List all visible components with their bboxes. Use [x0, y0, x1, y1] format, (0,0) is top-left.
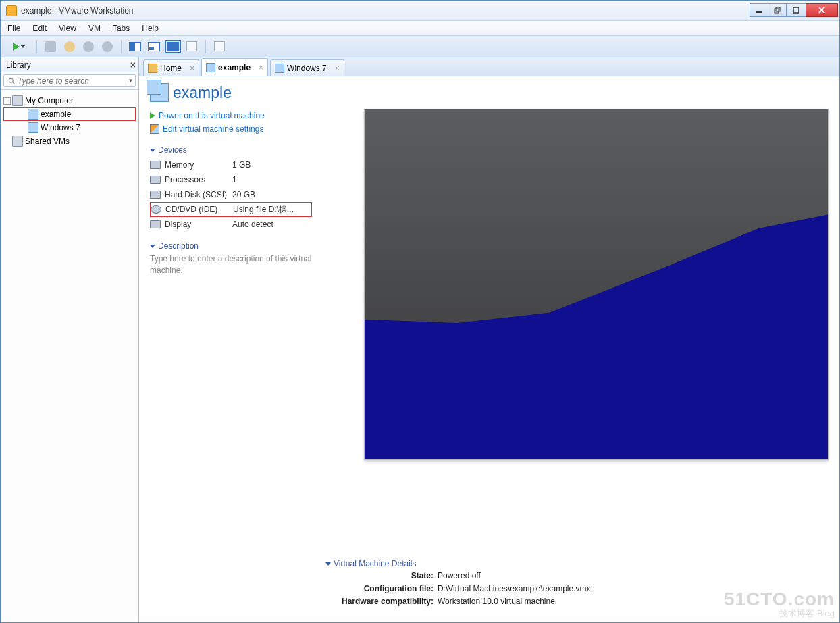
- computer-icon: [12, 95, 23, 106]
- manage-snapshots-toolbar-button[interactable]: [99, 39, 116, 55]
- library-tree: – My Computer example Windows 7 Shared V…: [1, 90, 138, 622]
- search-icon: [7, 77, 16, 85]
- window-close-button[interactable]: [806, 3, 838, 17]
- vm-icon: [28, 109, 38, 120]
- library-header: Library ×: [1, 57, 138, 72]
- description-header[interactable]: Description: [150, 241, 312, 251]
- description-placeholder[interactable]: Type here to enter a description of this…: [150, 253, 312, 276]
- revert-toolbar-button[interactable]: [80, 39, 97, 55]
- detail-value-state: Powered off: [438, 571, 481, 584]
- section-label: Virtual Machine Details: [334, 559, 417, 568]
- tree-label: Windows 7: [41, 123, 80, 132]
- svg-rect-3: [793, 7, 799, 13]
- home-icon: [148, 64, 157, 73]
- detail-value-compat: Workstation 10.0 virtual machine: [438, 597, 555, 609]
- tree-vm-example[interactable]: example: [3, 107, 136, 121]
- tree-my-computer[interactable]: – My Computer: [3, 94, 136, 107]
- snapshot-toolbar-button[interactable]: [61, 39, 78, 55]
- power-on-toolbar-button[interactable]: [6, 39, 32, 55]
- vm-icon: [206, 63, 215, 72]
- detail-value-config: D:\Virtual Machines\example\example.vmx: [438, 584, 591, 597]
- devices-table: Memory1 GB Processors1 Hard Disk (SCSI)2…: [150, 157, 312, 232]
- chevron-down-icon: [21, 45, 25, 48]
- separator: [36, 40, 37, 53]
- tab-close-button[interactable]: ×: [335, 64, 340, 73]
- tab-close-button[interactable]: ×: [259, 63, 263, 72]
- window-title: example - VMware Workstation: [21, 6, 750, 16]
- section-label: Description: [158, 241, 199, 251]
- vm-icon: [28, 122, 38, 133]
- tab-label: Windows 7: [287, 64, 327, 73]
- show-thumbnail-view-button[interactable]: [145, 39, 163, 55]
- menu-help[interactable]: Help: [142, 24, 159, 33]
- show-console-view-button[interactable]: [126, 39, 144, 55]
- menu-view[interactable]: View: [59, 24, 76, 33]
- shared-icon: [12, 136, 23, 147]
- cd-icon: [151, 205, 161, 214]
- vm-large-icon: [150, 83, 169, 102]
- device-row-processors[interactable]: Processors1: [150, 172, 312, 187]
- window-minimize-button[interactable]: [750, 3, 768, 17]
- link-label: Power on this virtual machine: [159, 111, 265, 120]
- device-row-memory[interactable]: Memory1 GB: [150, 157, 312, 172]
- menu-file[interactable]: File: [7, 24, 20, 33]
- chevron-down-icon: [325, 562, 331, 566]
- tab-bar: Home × example × Windows 7 ×: [139, 57, 839, 76]
- svg-line-7: [13, 82, 15, 84]
- search-dropdown-button[interactable]: ▼: [126, 76, 135, 86]
- power-on-link[interactable]: Power on this virtual machine: [150, 109, 312, 122]
- close-library-button[interactable]: ×: [130, 60, 136, 70]
- cpu-icon: [150, 176, 161, 184]
- device-row-harddisk[interactable]: Hard Disk (SCSI)20 GB: [150, 187, 312, 202]
- device-row-cddvd[interactable]: CD/DVD (IDE)Using file D:\操...: [150, 202, 312, 217]
- search-input[interactable]: [18, 76, 126, 86]
- tab-label: Home: [160, 64, 182, 73]
- menubar: File Edit View VM Tabs Help: [1, 21, 839, 36]
- svg-rect-1: [775, 9, 779, 13]
- chevron-down-icon: [150, 245, 155, 248]
- library-searchbox[interactable]: ▼: [3, 74, 136, 87]
- vm-details-header[interactable]: Virtual Machine Details: [325, 559, 829, 568]
- expander-icon[interactable]: –: [3, 97, 11, 105]
- tree-shared-vms[interactable]: Shared VMs: [3, 134, 136, 148]
- tree-label: My Computer: [25, 96, 74, 105]
- vm-screenshot-thumbnail[interactable]: [364, 109, 829, 460]
- window-restore-button[interactable]: [768, 3, 787, 17]
- library-searchbar: ▼: [1, 72, 138, 90]
- edit-settings-link[interactable]: Edit virtual machine settings: [150, 122, 312, 136]
- device-row-display[interactable]: DisplayAuto detect: [150, 217, 312, 232]
- detail-key-config: Configuration file:: [325, 584, 434, 597]
- tab-close-button[interactable]: ×: [190, 64, 194, 73]
- video-capture-toolbar-button[interactable]: [211, 39, 228, 55]
- memory-icon: [150, 161, 161, 169]
- separator: [121, 40, 122, 53]
- menu-edit[interactable]: Edit: [32, 24, 47, 33]
- devices-header[interactable]: Devices: [150, 145, 312, 155]
- menu-vm[interactable]: VM: [88, 24, 101, 33]
- window-maximize-button[interactable]: [786, 3, 806, 17]
- disk-icon: [150, 191, 161, 199]
- fullscreen-toolbar-button[interactable]: [164, 39, 182, 55]
- tab-example[interactable]: example ×: [201, 58, 268, 76]
- vm-icon: [275, 64, 284, 73]
- tab-home[interactable]: Home ×: [143, 59, 199, 76]
- play-icon: [150, 112, 155, 119]
- tree-label: example: [41, 109, 71, 119]
- section-label: Devices: [158, 145, 187, 155]
- link-label: Edit virtual machine settings: [163, 124, 263, 134]
- edit-icon: [150, 124, 159, 134]
- play-icon: [13, 43, 20, 51]
- tab-windows7[interactable]: Windows 7 ×: [270, 59, 344, 76]
- unity-toolbar-button[interactable]: [183, 39, 201, 55]
- svg-rect-2: [776, 7, 780, 11]
- tree-vm-windows7[interactable]: Windows 7: [3, 121, 136, 134]
- library-panel: Library × ▼ – My Computer example: [1, 57, 139, 622]
- separator: [205, 40, 206, 53]
- page-title-text: example: [173, 84, 232, 102]
- suspend-toolbar-button[interactable]: [42, 39, 59, 55]
- tree-label: Shared VMs: [25, 136, 70, 146]
- display-icon: [150, 220, 161, 228]
- detail-key-state: State:: [325, 571, 434, 584]
- menu-tabs[interactable]: Tabs: [113, 24, 130, 33]
- tab-label: example: [218, 63, 251, 72]
